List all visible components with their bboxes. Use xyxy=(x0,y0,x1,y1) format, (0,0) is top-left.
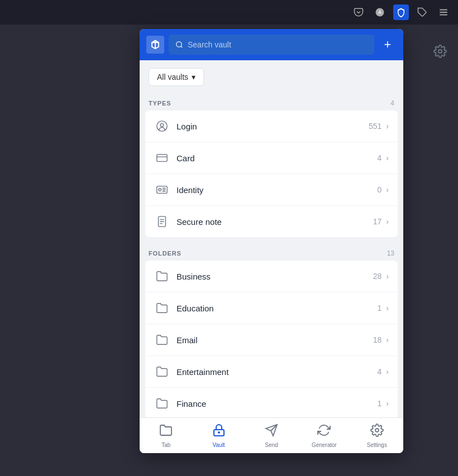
secure-note-item[interactable]: Secure note 17 › xyxy=(145,206,398,237)
svg-point-25 xyxy=(218,432,220,433)
add-button[interactable]: + xyxy=(379,36,397,54)
identity-icon xyxy=(154,182,170,198)
bottom-nav: Tab Vault Send xyxy=(140,417,403,453)
search-bar[interactable] xyxy=(169,35,374,55)
svg-point-12 xyxy=(160,123,164,127)
search-input[interactable] xyxy=(188,40,368,49)
settings-label: Settings xyxy=(367,442,387,448)
identity-label: Identity xyxy=(176,185,378,195)
entertainment-folder-label: Entertainment xyxy=(176,367,378,377)
popup-header: + xyxy=(140,29,403,60)
tab-icon xyxy=(159,424,173,440)
bitwarden-icon[interactable] xyxy=(393,4,409,20)
email-folder-label: Email xyxy=(176,335,373,345)
entertainment-folder-item[interactable]: Entertainment 4 › xyxy=(145,356,398,388)
education-folder-item[interactable]: Education 1 › xyxy=(145,292,398,324)
identity-count: 0 xyxy=(378,185,382,194)
entertainment-folder-count: 4 xyxy=(378,367,382,376)
tab-label: Tab xyxy=(161,442,170,448)
vault-selector-section: All vaults ▾ xyxy=(140,60,403,92)
vault-selector-button[interactable]: All vaults ▾ xyxy=(149,68,204,86)
vault-nav-icon xyxy=(212,424,226,440)
business-folder-item[interactable]: Business 28 › xyxy=(145,261,398,292)
email-folder-item[interactable]: Email 18 › xyxy=(145,324,398,356)
secure-note-count: 17 xyxy=(373,217,382,226)
nav-send[interactable]: Send xyxy=(245,418,298,453)
send-icon xyxy=(265,424,278,440)
gear-icon[interactable] xyxy=(433,45,447,61)
login-item[interactable]: Login 551 › xyxy=(145,110,398,142)
card-count: 4 xyxy=(378,153,382,162)
nav-vault[interactable]: Vault xyxy=(192,418,245,453)
generator-icon xyxy=(317,424,331,440)
vault-chevron-icon: ▾ xyxy=(192,73,195,81)
svg-point-28 xyxy=(375,429,379,432)
identity-item[interactable]: Identity 0 › xyxy=(145,174,398,206)
svg-point-6 xyxy=(438,50,442,53)
card-item[interactable]: Card 4 › xyxy=(145,142,398,174)
types-section-count: 4 xyxy=(390,99,394,107)
folders-section-title: FOLDERS xyxy=(149,250,182,257)
vault-selector-label: All vaults xyxy=(157,73,188,81)
types-section-title: TYPES xyxy=(149,100,171,107)
login-label: Login xyxy=(176,122,369,131)
browser-toolbar: A xyxy=(0,0,458,25)
business-folder-label: Business xyxy=(176,272,373,281)
entertainment-folder-icon xyxy=(154,364,170,379)
generator-label: Generator xyxy=(312,442,337,448)
browser-menu-icon[interactable] xyxy=(436,4,451,20)
card-chevron-icon: › xyxy=(386,153,389,162)
folders-section-count: 13 xyxy=(387,249,394,257)
card-label: Card xyxy=(176,153,378,163)
nav-generator[interactable]: Generator xyxy=(298,418,350,453)
login-chevron-icon: › xyxy=(386,122,389,131)
svg-text:A: A xyxy=(378,10,381,15)
pocket-icon[interactable] xyxy=(351,4,366,20)
account-icon[interactable]: A xyxy=(372,4,388,20)
finance-folder-item[interactable]: Finance 1 › xyxy=(145,388,398,417)
secure-note-chevron-icon: › xyxy=(386,217,389,226)
svg-point-11 xyxy=(157,121,167,131)
svg-rect-13 xyxy=(157,155,167,162)
settings-icon xyxy=(370,424,384,440)
popup-content: All vaults ▾ TYPES 4 Login 551 xyxy=(140,60,403,417)
finance-folder-label: Finance xyxy=(176,399,378,408)
entertainment-chevron-icon: › xyxy=(386,367,389,376)
education-folder-count: 1 xyxy=(378,304,382,312)
vault-label: Vault xyxy=(213,442,225,448)
card-icon xyxy=(154,150,170,166)
folders-section-header: FOLDERS 13 xyxy=(140,242,403,261)
login-count: 551 xyxy=(369,122,381,131)
finance-chevron-icon: › xyxy=(386,399,389,408)
secure-note-label: Secure note xyxy=(176,217,373,227)
nav-settings[interactable]: Settings xyxy=(351,418,403,453)
identity-chevron-icon: › xyxy=(386,185,389,194)
search-icon xyxy=(175,41,183,49)
send-label: Send xyxy=(265,442,278,448)
extension-puzzle-icon[interactable] xyxy=(414,4,430,20)
education-folder-icon xyxy=(154,300,170,316)
finance-folder-icon xyxy=(154,396,170,411)
finance-folder-count: 1 xyxy=(378,399,382,408)
svg-point-16 xyxy=(159,189,161,191)
business-chevron-icon: › xyxy=(386,272,389,281)
nav-tab[interactable]: Tab xyxy=(140,418,192,453)
folders-list: Business 28 › Education 1 › xyxy=(145,261,398,417)
email-chevron-icon: › xyxy=(386,335,389,344)
email-folder-icon xyxy=(154,332,170,348)
education-folder-label: Education xyxy=(176,304,378,313)
education-chevron-icon: › xyxy=(386,304,389,312)
secure-note-icon xyxy=(154,214,170,229)
email-folder-count: 18 xyxy=(373,335,382,344)
back-button[interactable] xyxy=(146,36,164,54)
bitwarden-popup: + All vaults ▾ TYPES 4 xyxy=(140,29,403,453)
login-icon xyxy=(154,118,170,134)
types-section-header: TYPES 4 xyxy=(140,92,403,110)
svg-point-9 xyxy=(176,42,182,47)
business-folder-count: 28 xyxy=(373,272,382,281)
business-folder-icon xyxy=(154,268,170,284)
types-list: Login 551 › Card 4 › xyxy=(145,110,398,237)
svg-line-10 xyxy=(181,46,183,48)
